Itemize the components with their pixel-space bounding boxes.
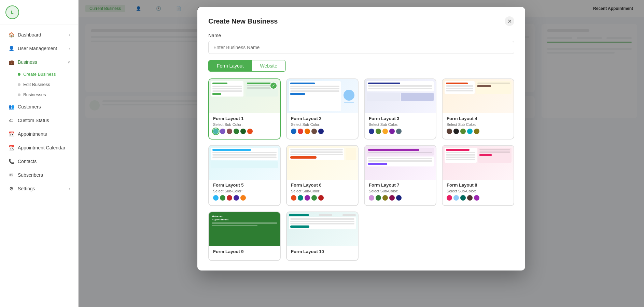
layout-card-7[interactable]: Form Layout 7 Select Sub-Color: — [364, 145, 436, 206]
color-dot-4-5[interactable] — [474, 129, 479, 134]
color-dot-5-5[interactable] — [240, 195, 246, 201]
color-dot-3-1[interactable] — [369, 129, 374, 134]
color-dot-8-2[interactable] — [453, 195, 459, 201]
sidebar-item-user-management[interactable]: 👤 User Management › — [3, 42, 75, 55]
card-info-2: Form Layout 2 Select Sub-Color: — [287, 113, 358, 134]
color-dot-8-3[interactable] — [460, 195, 466, 201]
color-dot-3-3[interactable] — [382, 129, 388, 134]
color-dots-3 — [369, 129, 432, 134]
color-dot-4-1[interactable] — [447, 129, 452, 134]
color-dot-5-2[interactable] — [220, 195, 225, 201]
color-dot-7-1[interactable] — [369, 195, 374, 201]
color-dot-7-4[interactable] — [389, 195, 395, 201]
business-name-input[interactable] — [208, 41, 514, 54]
card-name-6: Form Layout 6 — [291, 182, 354, 188]
color-dots-8 — [447, 195, 509, 201]
chevron-icon-business: ∨ — [68, 60, 70, 64]
tab-form-layout[interactable]: Form Layout — [209, 60, 252, 71]
card-name-10: Form Layout 10 — [291, 249, 354, 254]
layout-card-3[interactable]: Form Layout 3 Select Sub-Color: — [364, 78, 436, 140]
color-dot-4-2[interactable] — [453, 129, 459, 134]
layout-card-9[interactable]: Make anAppointment Form Layout 9 — [208, 211, 281, 261]
card-preview-3 — [365, 79, 436, 113]
color-dot-2-1[interactable] — [291, 129, 296, 134]
card-preview-6 — [287, 146, 358, 180]
sidebar-label-edit-business: Edit Business — [23, 82, 50, 87]
sub-color-label-6: Select Sub-Color: — [291, 189, 354, 193]
card-name-1: Form Layout 1 — [213, 116, 276, 121]
layout-card-4[interactable]: Form Layout 4 Select Sub-Color: — [442, 78, 514, 140]
layout-card-10[interactable]: Form Layout 10 — [286, 211, 359, 261]
layout-card-6[interactable]: Form Layout 6 Select Sub-Color: — [286, 145, 359, 206]
color-dot-2-3[interactable] — [305, 129, 310, 134]
sidebar-label-appt-calendar: Appointment Calendar — [18, 145, 65, 150]
color-dot-5-1[interactable] — [213, 195, 219, 201]
color-dot-3-2[interactable] — [376, 129, 381, 134]
color-dot-2-4[interactable] — [311, 129, 317, 134]
card-name-9: Form Layout 9 — [213, 249, 276, 254]
color-dot-4-4[interactable] — [467, 129, 473, 134]
sidebar-item-appointment-calendar[interactable]: 📆 Appointment Calendar — [3, 141, 75, 154]
color-dot-8-1[interactable] — [447, 195, 452, 201]
color-dot-3-4[interactable] — [389, 129, 395, 134]
sidebar-item-settings[interactable]: ⚙ Settings › — [3, 182, 75, 195]
color-dot-7-5[interactable] — [396, 195, 402, 201]
color-dot-1-2[interactable] — [220, 129, 225, 134]
color-dot-2-2[interactable] — [298, 129, 303, 134]
sub-color-label-5: Select Sub-Color: — [213, 189, 276, 193]
layout-card-5[interactable]: Form Layout 5 Select Sub-Color: — [208, 145, 281, 206]
color-dot-7-3[interactable] — [382, 195, 388, 201]
color-dot-1-3[interactable] — [227, 129, 232, 134]
layout-card-8[interactable]: Form Layout 8 Select Sub-Color: — [442, 145, 514, 206]
color-dot-6-4[interactable] — [311, 195, 317, 201]
tag-icon: 🏷 — [8, 117, 14, 123]
sub-color-label-3: Select Sub-Color: — [369, 122, 432, 127]
sidebar-subitem-create-business[interactable]: Create Business — [3, 69, 75, 79]
sidebar-label-dashboard: Dashboard — [18, 32, 41, 38]
card-preview-9: Make anAppointment — [209, 212, 280, 246]
color-dot-6-2[interactable] — [298, 195, 303, 201]
card-preview-5 — [209, 146, 280, 180]
sub-color-label-2: Select Sub-Color: — [291, 122, 354, 127]
color-dot-3-5[interactable] — [396, 129, 402, 134]
color-dot-8-5[interactable] — [474, 195, 479, 201]
color-dot-5-3[interactable] — [227, 195, 232, 201]
sidebar-item-customers[interactable]: 👥 Customers — [3, 100, 75, 113]
sidebar-subitem-businesses[interactable]: Businesses — [3, 90, 75, 100]
sidebar-label-user-management: User Management — [18, 46, 57, 51]
color-dot-1-5[interactable] — [240, 129, 246, 134]
color-dot-1-6[interactable] — [247, 129, 253, 134]
color-dot-7-2[interactable] — [376, 195, 381, 201]
chevron-icon-usermgmt: › — [69, 47, 70, 50]
color-dot-1-1[interactable] — [213, 129, 219, 134]
tab-website[interactable]: Website — [252, 60, 285, 71]
color-dot-4-3[interactable] — [460, 129, 466, 134]
sidebar-item-contacts[interactable]: 📞 Contacts — [3, 155, 75, 168]
settings-icon: ⚙ — [8, 186, 14, 192]
color-dot-8-4[interactable] — [467, 195, 473, 201]
sidebar-item-custom-status[interactable]: 🏷 Custom Status — [3, 114, 75, 127]
layout-card-2[interactable]: Form Layout 2 Select Sub-Color: — [286, 78, 359, 140]
card-name-4: Form Layout 4 — [447, 116, 509, 121]
sidebar-item-dashboard[interactable]: 🏠 Dashboard › — [3, 28, 75, 41]
color-dot-2-5[interactable] — [318, 129, 324, 134]
sidebar-subitem-edit-business[interactable]: Edit Business — [3, 79, 75, 89]
layout-grid: ✓ — [208, 78, 514, 261]
sidebar-label-subscribers: Subscribers — [18, 172, 43, 178]
color-dots-4 — [447, 129, 509, 134]
color-dots-2 — [291, 129, 354, 134]
subscribers-icon: ✉ — [8, 172, 14, 178]
card-name-7: Form Layout 7 — [369, 182, 432, 188]
sidebar-item-appointments[interactable]: 📅 Appointments — [3, 128, 75, 141]
color-dot-6-1[interactable] — [291, 195, 296, 201]
color-dot-5-4[interactable] — [234, 195, 239, 201]
modal-close-button[interactable]: ✕ — [505, 16, 514, 26]
sidebar: L 🏠 Dashboard › 👤 User Management › 💼 Bu… — [0, 0, 79, 307]
color-dot-6-3[interactable] — [305, 195, 310, 201]
sidebar-item-subscribers[interactable]: ✉ Subscribers — [3, 169, 75, 181]
sidebar-item-business[interactable]: 💼 Business ∨ — [3, 56, 75, 69]
sidebar-label-custom-status: Custom Status — [18, 118, 49, 123]
layout-card-1[interactable]: ✓ — [208, 78, 281, 140]
color-dot-6-5[interactable] — [318, 195, 324, 201]
color-dot-1-4[interactable] — [234, 129, 239, 134]
